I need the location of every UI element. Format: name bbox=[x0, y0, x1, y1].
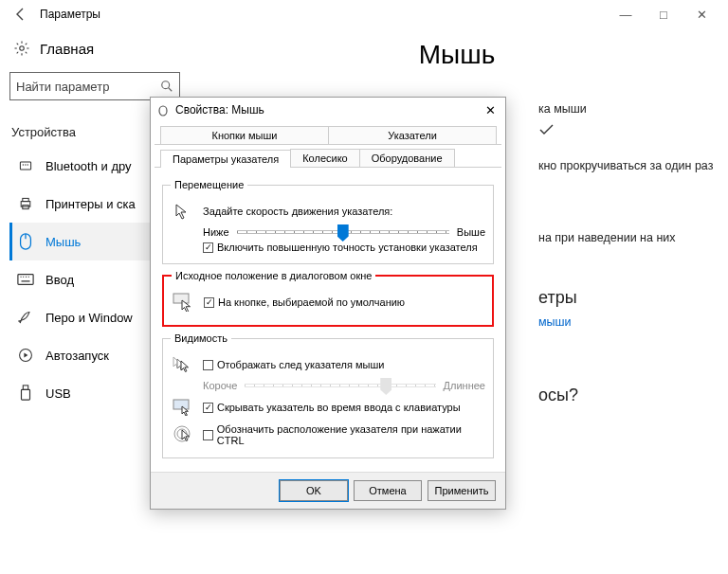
mouse-properties-dialog: Свойства: Мышь ✕ Кнопки мыши Указатели П… bbox=[150, 97, 506, 510]
checkbox-ctrl-locate[interactable]: Обозначить расположение указателя при на… bbox=[203, 423, 485, 446]
snap-to-icon bbox=[172, 290, 196, 314]
sidebar-item-label: Автозапуск bbox=[46, 349, 109, 363]
svg-rect-5 bbox=[27, 164, 28, 165]
sidebar-item-label: Bluetooth и дру bbox=[46, 159, 132, 173]
tab-buttons[interactable]: Кнопки мыши bbox=[160, 126, 329, 144]
apply-button[interactable]: Применить bbox=[428, 480, 496, 501]
svg-rect-4 bbox=[25, 164, 26, 165]
gear-icon bbox=[13, 40, 30, 57]
text-fragment: кно прокручиваться за один раз bbox=[538, 159, 717, 172]
svg-rect-16 bbox=[173, 400, 189, 409]
pointer-trail-icon bbox=[171, 352, 195, 377]
checkbox-pointer-trail[interactable]: Отображать след указателя мыши bbox=[203, 359, 384, 370]
checkbox-snap-default[interactable]: На кнопке, выбираемой по умолчанию bbox=[204, 296, 405, 308]
dialog-button-row: OK Отмена Применить bbox=[151, 472, 505, 509]
svg-rect-13 bbox=[22, 389, 30, 400]
usb-icon bbox=[17, 385, 34, 402]
dialog-tabs-lower: Параметры указателя Колесико Оборудовани… bbox=[155, 145, 501, 168]
heading-fragment: осы? bbox=[538, 386, 717, 405]
sidebar-item-label: Ввод bbox=[46, 273, 74, 287]
pointer-speed-slider[interactable]: Ниже Выше bbox=[203, 226, 485, 238]
svg-point-1 bbox=[162, 81, 170, 89]
heading-fragment: етры bbox=[538, 288, 717, 308]
checkbox-enhance-precision[interactable]: Включить повышенную точность установки у… bbox=[203, 242, 478, 253]
arrow-left-icon bbox=[13, 7, 28, 22]
checkbox-hide-typing[interactable]: Скрывать указатель во время ввода с клав… bbox=[203, 402, 461, 413]
group-visibility: Видимость Отображать след указателя мыши… bbox=[162, 332, 494, 458]
sidebar-item-label: Мышь bbox=[46, 235, 81, 249]
pen-icon bbox=[17, 309, 34, 326]
back-button[interactable] bbox=[8, 7, 34, 22]
window-close[interactable]: ✕ bbox=[682, 1, 720, 27]
svg-rect-15 bbox=[173, 294, 189, 303]
svg-rect-12 bbox=[23, 386, 27, 390]
mouse-icon bbox=[17, 233, 34, 250]
sidebar-item-label: USB bbox=[46, 386, 71, 401]
printer-icon bbox=[17, 195, 34, 212]
pointer-speed-label: Задайте скорость движения указателя: bbox=[203, 206, 485, 217]
svg-rect-3 bbox=[23, 164, 24, 165]
svg-point-0 bbox=[20, 46, 25, 51]
link-mouse-extra[interactable]: мыши bbox=[538, 315, 572, 329]
group-visibility-legend: Видимость bbox=[171, 332, 231, 344]
text-fragment: на при наведении на них bbox=[538, 231, 717, 244]
group-snap-to: Исходное положение в диалоговом окне На … bbox=[162, 270, 494, 327]
dialog-title: Свойства: Мышь bbox=[175, 103, 475, 117]
sidebar-home-label: Главная bbox=[40, 41, 94, 57]
trail-length-slider: Короче Длиннее bbox=[203, 380, 485, 391]
svg-rect-2 bbox=[20, 162, 30, 170]
dialog-tabs-upper: Кнопки мыши Указатели bbox=[155, 122, 501, 145]
window-title: Параметры bbox=[34, 8, 607, 21]
svg-point-14 bbox=[159, 106, 167, 116]
svg-rect-10 bbox=[18, 275, 33, 285]
pointer-speed-icon bbox=[171, 199, 195, 224]
group-motion: Перемещение Задайте скорость движения ук… bbox=[162, 179, 494, 264]
ok-button[interactable]: OK bbox=[280, 480, 348, 501]
search-placeholder: Найти параметр bbox=[16, 80, 160, 94]
autoplay-icon bbox=[17, 347, 34, 364]
mouse-small-icon bbox=[156, 103, 170, 117]
group-snap-legend: Исходное положение в диалоговом окне bbox=[172, 270, 375, 281]
tab-pointers[interactable]: Указатели bbox=[328, 126, 497, 144]
text-fragment: ка мыши bbox=[538, 102, 717, 116]
dialog-close[interactable]: ✕ bbox=[481, 103, 500, 117]
window-minimize[interactable]: — bbox=[607, 1, 645, 27]
sidebar-item-label: Принтеры и ска bbox=[46, 197, 136, 211]
cancel-button[interactable]: Отмена bbox=[354, 480, 422, 501]
dialog-titlebar[interactable]: Свойства: Мышь ✕ bbox=[151, 98, 505, 122]
tab-wheel[interactable]: Колесико bbox=[290, 149, 360, 167]
svg-rect-7 bbox=[23, 198, 28, 201]
page-title: Мышь bbox=[197, 40, 717, 70]
group-motion-legend: Перемещение bbox=[171, 179, 247, 190]
window-titlebar: Параметры — □ ✕ bbox=[0, 0, 728, 28]
tab-hardware[interactable]: Оборудование bbox=[359, 149, 455, 167]
sidebar-item-label: Перо и Window bbox=[46, 311, 133, 325]
tab-pointer-options[interactable]: Параметры указателя bbox=[160, 150, 291, 168]
ctrl-locate-icon bbox=[171, 422, 195, 447]
bluetooth-icon bbox=[17, 157, 34, 174]
sidebar-home[interactable]: Главная bbox=[9, 34, 180, 72]
hide-typing-icon bbox=[171, 395, 195, 420]
window-maximize[interactable]: □ bbox=[645, 1, 682, 27]
search-icon bbox=[160, 80, 173, 93]
keyboard-icon bbox=[17, 271, 34, 288]
check-icon bbox=[538, 123, 555, 136]
